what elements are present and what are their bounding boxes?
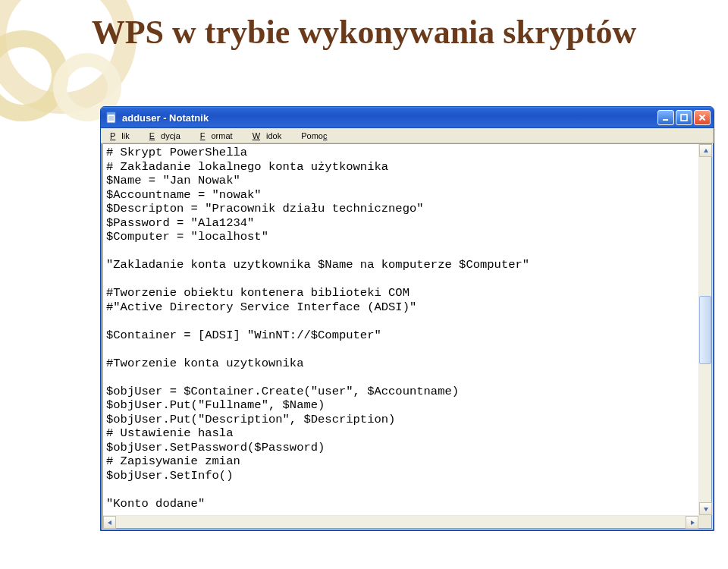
menubar: Plik Edycja Format Widok Pomoc [101, 128, 714, 143]
window-controls [657, 110, 711, 125]
menu-pomoc[interactable]: Pomoc [295, 130, 333, 142]
scroll-up-button[interactable] [699, 144, 712, 157]
scroll-thumb-vertical[interactable] [699, 296, 711, 364]
vertical-scrollbar[interactable] [698, 144, 711, 515]
notepad-icon [105, 112, 118, 124]
minimize-button[interactable] [657, 110, 674, 125]
slide-title: WPS w trybie wykonywania skryptów [0, 0, 728, 52]
maximize-button[interactable] [676, 110, 692, 125]
text-editor[interactable]: # Skrypt PowerShella # Zakładanie lokaln… [103, 144, 698, 515]
menu-plik[interactable]: Plik [104, 130, 142, 142]
scrollbar-corner [698, 515, 711, 528]
horizontal-scrollbar[interactable] [103, 515, 698, 528]
notepad-window: adduser - Notatnik Plik Edycja Format Wi… [100, 106, 714, 531]
svg-marker-10 [704, 508, 708, 511]
svg-marker-12 [691, 520, 695, 525]
scroll-right-button[interactable] [686, 516, 698, 529]
window-title: adduser - Notatnik [122, 112, 657, 124]
menu-widok[interactable]: Widok [246, 130, 294, 142]
close-button[interactable] [694, 110, 711, 125]
svg-marker-9 [704, 149, 708, 152]
menu-format[interactable]: Format [194, 130, 245, 142]
titlebar[interactable]: adduser - Notatnik [101, 107, 714, 128]
scroll-down-button[interactable] [699, 502, 712, 515]
svg-rect-6 [681, 115, 687, 121]
svg-rect-5 [663, 119, 668, 121]
svg-marker-11 [108, 520, 111, 525]
svg-rect-1 [107, 112, 115, 115]
editor-area: # Skrypt PowerShella # Zakładanie lokaln… [102, 143, 712, 529]
scroll-left-button[interactable] [103, 516, 116, 529]
menu-edycja[interactable]: Edycja [143, 130, 193, 142]
